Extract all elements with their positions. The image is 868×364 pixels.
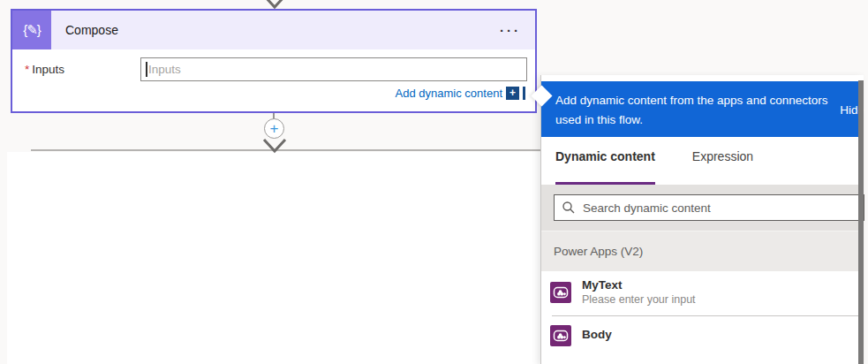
- inputs-label-text: Inputs: [32, 63, 64, 76]
- compose-card-body: *Inputs Add dynamic content +: [12, 49, 535, 111]
- list-item-body[interactable]: Body: [541, 316, 864, 355]
- inputs-field-label: *Inputs: [25, 63, 64, 76]
- focus-cursor-bar: [523, 87, 525, 100]
- info-banner: Add dynamic content from the apps and co…: [541, 81, 864, 137]
- item-title: Body: [582, 328, 612, 343]
- required-marker: *: [25, 63, 29, 76]
- dynamic-content-list: MyText Please enter your input Body: [541, 271, 864, 355]
- panel-tab-bar: Dynamic content Expression: [541, 137, 864, 185]
- power-apps-icon: [550, 325, 571, 346]
- search-section: [541, 185, 864, 231]
- search-icon: [562, 201, 576, 215]
- text-caret: [146, 62, 147, 77]
- add-dynamic-content-plus-button[interactable]: +: [506, 87, 519, 100]
- info-banner-message: Add dynamic content from the apps and co…: [555, 91, 840, 129]
- power-apps-icon: [550, 282, 571, 303]
- canvas-lower-surface: [7, 152, 540, 364]
- item-subtitle: Please enter your input: [582, 293, 696, 307]
- item-text-block: Body: [582, 328, 612, 343]
- compose-card-header[interactable]: {✎} Compose ···: [12, 11, 535, 49]
- dynamic-content-panel: Add dynamic content from the apps and co…: [540, 75, 864, 364]
- add-dynamic-content-row: Add dynamic content +: [396, 87, 525, 100]
- flow-arrow-down-icon: [262, 138, 287, 157]
- add-dynamic-content-link[interactable]: Add dynamic content: [396, 87, 502, 100]
- compose-card[interactable]: {✎} Compose ··· *Inputs Add dynamic cont…: [11, 9, 537, 113]
- search-dynamic-content-input[interactable]: [583, 201, 857, 215]
- compose-card-title: Compose: [51, 11, 486, 49]
- item-text-block: MyText Please enter your input: [582, 278, 696, 307]
- list-item-mytext[interactable]: MyText Please enter your input: [541, 271, 864, 315]
- search-box[interactable]: [554, 194, 864, 221]
- tab-expression[interactable]: Expression: [692, 149, 753, 185]
- panel-scrollbar[interactable]: [858, 80, 864, 364]
- item-title: MyText: [582, 278, 696, 293]
- compose-icon: {✎}: [12, 11, 51, 49]
- insert-step-button[interactable]: +: [264, 118, 284, 139]
- connector-section-header: Power Apps (V2): [541, 231, 864, 271]
- card-menu-button[interactable]: ···: [486, 11, 535, 49]
- tab-dynamic-content[interactable]: Dynamic content: [555, 149, 655, 185]
- inputs-field[interactable]: [140, 57, 527, 81]
